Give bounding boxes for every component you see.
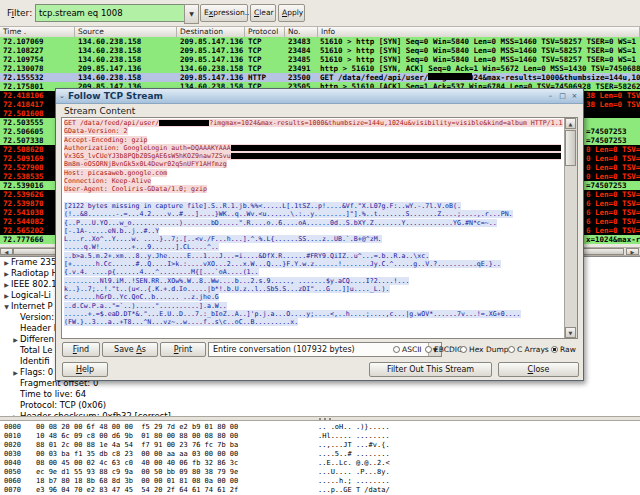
filter-label: Filter:: [7, 8, 32, 18]
stream-line: .....q.W!........+...9......].CL....^..: [64, 243, 563, 251]
tree-item[interactable]: Protocol: TCP (0x06): [0, 400, 640, 411]
radio-button-icon[interactable]: [508, 346, 515, 353]
hex-row[interactable]: 003000 03 ba f1 35 db c8 23 00 00 aa aa …: [0, 450, 640, 459]
close-button[interactable]: Close: [498, 362, 579, 377]
save-as-button[interactable]: Save As: [102, 342, 158, 357]
stream-line: {..P...U.YO...w_o............).......bD.…: [64, 219, 563, 227]
hex-row[interactable]: 0050ec 9e d1 55 93 88 c9 9a 00 50 bb 09 …: [0, 468, 640, 477]
hex-row[interactable]: 004008 00 45 00 02 4c 63 c0 40 00 40 06 …: [0, 459, 640, 468]
tree-item[interactable]: Time to live: 64: [0, 389, 640, 400]
hex-row[interactable]: 006018 b7 80 18 8b 68 8d 3b 00 00 01 81 …: [0, 477, 640, 486]
stream-line: ..b>a.5.m.2+.xm...8..y.Jhe.....E...1...J…: [64, 252, 563, 260]
radio-c-arrays[interactable]: C Arrays: [508, 344, 549, 356]
filter-input[interactable]: tcp.stream eq 1008: [35, 4, 189, 22]
filter-toolbar: Filter: tcp.stream eq 1008 ▼ Expression.…: [0, 0, 640, 27]
expression-button[interactable]: Expression...: [200, 4, 248, 22]
stream-line: .........Nl9.iM..!SEN.RR..XOw%.W..8..Ww.…: [64, 277, 563, 285]
tree-item-label: Identifi: [20, 356, 50, 366]
collapsed-arrow-icon[interactable]: ▶: [11, 367, 20, 378]
scroll-down-icon[interactable]: ▼: [565, 327, 576, 338]
stream-line: GET /data/feed/api/user/?imgmax=1024&max…: [64, 119, 563, 127]
stream-line: Bm8m-oOSORNjBvnGk5x0L4Dewr02q5nUFY1AHfmz…: [64, 160, 563, 168]
packet-row[interactable]: 72.130078209.85.147.136134.60.238.158TCP…: [0, 64, 640, 73]
collapsed-arrow-icon[interactable]: ▶: [2, 279, 11, 290]
radio-ebcdic[interactable]: EBCDIC: [425, 344, 462, 356]
stream-content-area[interactable]: GET /data/feed/api/user/?imgmax=1024&max…: [61, 117, 578, 339]
dialog-title: Follow TCP Stream: [68, 89, 163, 103]
radio-raw[interactable]: Raw: [551, 344, 576, 356]
vscrollbar-thumb[interactable]: [565, 130, 576, 166]
scroll-left-icon[interactable]: ◀: [0, 248, 13, 255]
radio-button-icon[interactable]: [393, 346, 400, 353]
radio-label: EBCDIC: [434, 345, 462, 354]
radio-button-icon[interactable]: [425, 346, 432, 353]
help-button[interactable]: Help: [62, 362, 108, 377]
column-header-info[interactable]: Info: [318, 27, 640, 37]
packet-row[interactable]: 72.155532134.60.238.158209.85.147.136HTT…: [0, 73, 640, 82]
column-header-time[interactable]: Time .: [0, 27, 75, 37]
radio-label: Hex Dump: [469, 345, 509, 354]
stream-line: Vx3GS_lvCUeYJ3b8PQbZ0SgAE6sW5hKOZ9naw7ZS…: [64, 152, 563, 160]
hex-row[interactable]: 002088 01 2c 00 88 1e 4a 54 f7 91 00 23 …: [0, 441, 640, 450]
minimize-icon[interactable]: –: [546, 92, 555, 101]
stream-line: L...r..Xo^..Y....w. ....}..7;.[..<v./F..…: [64, 235, 563, 243]
stream-line: {.v.4. ....p{......4...^........M{[...`o…: [64, 268, 563, 276]
hex-dump-pane: 000000 08 20 00 6f 48 00 00 f5 29 7d e2 …: [0, 421, 640, 495]
radio-button-icon[interactable]: [551, 346, 558, 353]
expanded-arrow-icon[interactable]: ▼: [2, 301, 11, 312]
stream-line: (!..&8.......-.=...4.2....v..#...]....}W…: [64, 210, 563, 218]
column-header-source[interactable]: Source: [75, 27, 177, 37]
find-button[interactable]: Find: [62, 342, 100, 357]
column-header-protocol[interactable]: Protocol: [245, 27, 285, 37]
radio-ascii[interactable]: ASCII: [393, 344, 422, 356]
radio-hex-dump[interactable]: Hex Dump: [460, 344, 509, 356]
filter-dropdown-icon[interactable]: ▼: [184, 4, 199, 24]
scroll-right-icon[interactable]: ▶: [626, 248, 639, 255]
tree-item-label: Version:: [20, 312, 54, 322]
stream-line: Host: picasaweb.google.com: [64, 169, 563, 177]
packet-row[interactable]: 72.108227134.60.238.158209.85.147.136TCP…: [0, 46, 640, 55]
stream-line: Authorization: GoogleLogin auth=DQAAAKYA…: [64, 144, 563, 152]
collapsed-arrow-icon[interactable]: ▶: [2, 257, 11, 268]
tree-item-label: Total Le: [20, 345, 52, 355]
scroll-up-icon[interactable]: ▲: [565, 118, 576, 129]
filter-out-stream-button[interactable]: Filter Out This Stream: [369, 362, 492, 377]
collapsed-arrow-icon[interactable]: ▶: [2, 290, 11, 301]
redaction-box: [231, 153, 561, 159]
hex-row[interactable]: 001010 48 6c 09 c8 00 d6 9b 01 80 00 88 …: [0, 432, 640, 441]
conversation-range-value: Entire conversation (107932 bytes): [213, 345, 355, 354]
hex-row[interactable]: 0070e3 96 04 70 e2 83 47 45 54 20 2f 64 …: [0, 486, 640, 495]
tree-item-label: Time to live: 64: [20, 389, 86, 399]
column-header-destination[interactable]: Destination: [177, 27, 245, 37]
tree-item-label: Logical-Li: [11, 290, 51, 300]
stream-line: k..}..7;..!."t..(u<..{.K.+.d.Io.....|b*!…: [64, 285, 563, 293]
apply-button[interactable]: Apply: [278, 4, 305, 22]
stream-line: [+......h.Cc......#..Q....I>k.:....vXO..…: [64, 260, 563, 268]
collapsed-arrow-icon[interactable]: ▶: [2, 268, 11, 279]
tree-item-label: IEEE 802.1: [11, 279, 57, 289]
stream-line: [64, 194, 563, 202]
tree-item-label: Protocol: TCP (0x06): [20, 400, 106, 410]
stream-line: [2122 bytes missing in capture file].S..…: [64, 202, 563, 210]
print-button[interactable]: Print: [160, 342, 206, 357]
stream-vscrollbar[interactable]: ▲ ▼: [564, 118, 577, 338]
radio-button-icon[interactable]: [460, 346, 467, 353]
stream-line: [-.1A-.....eN.b..j..#..Y: [64, 227, 563, 235]
splitter-grip-icon: [318, 418, 332, 420]
maximize-icon[interactable]: □: [558, 92, 567, 101]
dialog-titlebar[interactable]: ⌄ Follow TCP Stream – □ ×: [56, 89, 583, 104]
stream-line: c.......hGrD..Yc.QoC..b...... ..z.jhe.G: [64, 293, 563, 301]
window-icon: ⌄: [59, 89, 65, 103]
hex-row[interactable]: 000000 08 20 00 6f 48 00 00 f5 29 7d e2 …: [0, 423, 640, 432]
redaction-box: [159, 120, 209, 126]
follow-tcp-stream-dialog: ⌄ Follow TCP Stream – □ × Stream Content…: [55, 88, 584, 381]
radio-label: ASCII: [402, 345, 422, 354]
clear-button[interactable]: Clear: [250, 4, 276, 22]
stream-line: User-Agent: Cooliris-GData/1.0; gzip: [64, 185, 563, 193]
packet-row[interactable]: 72.109754134.60.238.158209.85.147.136TCP…: [0, 55, 640, 64]
close-icon[interactable]: ×: [570, 92, 579, 101]
tree-item-label: Internet P: [11, 301, 53, 311]
column-header-no[interactable]: No.: [285, 27, 318, 37]
collapsed-arrow-icon[interactable]: ▶: [11, 334, 20, 345]
packet-row[interactable]: 72.107069134.60.238.158209.85.147.136TCP…: [0, 37, 640, 46]
